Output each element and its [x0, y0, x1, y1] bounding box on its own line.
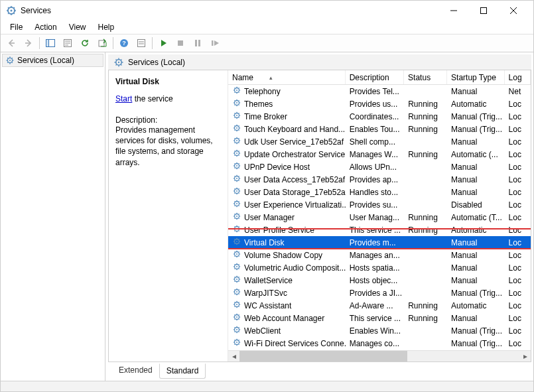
table-row[interactable]: Virtual DiskProvides m...ManualLoc	[228, 236, 531, 249]
service-name-cell: User Data Access_17eb52af	[244, 175, 345, 184]
gear-icon	[232, 98, 241, 109]
minimize-button[interactable]	[438, 1, 468, 21]
service-name-cell: User Manager	[244, 213, 295, 222]
menu-action[interactable]: Action	[29, 21, 62, 33]
table-row[interactable]: Web Account ManagerThis service ...Runni…	[228, 312, 531, 324]
service-startup-cell: Manual (Trig...	[447, 112, 505, 121]
start-suffix: the service	[132, 94, 172, 103]
table-row[interactable]: User Experience Virtualizati...Provides …	[228, 198, 531, 211]
table-row[interactable]: Wi-Fi Direct Services Conne...Manages co…	[228, 337, 531, 350]
menu-view[interactable]: View	[64, 21, 92, 33]
scroll-right-icon[interactable]: ▸	[519, 351, 531, 362]
table-row[interactable]: WalletServiceHosts objec...ManualLoc	[228, 274, 531, 287]
svg-point-27	[236, 140, 237, 141]
service-logon-cell: Loc	[505, 238, 531, 247]
stop-service-button[interactable]	[172, 36, 188, 50]
svg-point-31	[236, 165, 237, 166]
service-startup-cell: Automatic (T...	[447, 213, 505, 222]
table-row[interactable]: WebClientEnables Win...Manual (Trig...Lo…	[228, 324, 531, 337]
svg-rect-4	[46, 40, 49, 47]
export-list-button[interactable]	[94, 36, 110, 50]
menu-help[interactable]: Help	[93, 21, 120, 33]
table-row[interactable]: User Profile ServiceThis service ...Runn…	[228, 224, 531, 236]
table-row[interactable]: Volume Shadow CopyManages an...ManualLoc	[228, 249, 531, 261]
table-row[interactable]: Touch Keyboard and Hand...Enables Tou...…	[228, 123, 531, 135]
service-logon-cell: Loc	[505, 326, 531, 336]
svg-point-17	[118, 61, 119, 62]
service-logon-cell: Loc	[505, 175, 531, 184]
service-name-cell: WalletService	[244, 276, 293, 285]
service-name-cell: WC Assistant	[244, 301, 291, 310]
service-startup-cell: Manual (Trig...	[447, 326, 505, 336]
start-service-link[interactable]: Start	[115, 94, 132, 103]
col-name[interactable]: Name▴	[228, 70, 346, 84]
svg-point-33	[236, 178, 237, 179]
svg-rect-9	[138, 40, 145, 47]
help2-button[interactable]	[133, 36, 149, 50]
toolbar: ?	[1, 34, 533, 52]
tab-standard[interactable]: Standard	[159, 363, 206, 379]
col-logon[interactable]: Log	[505, 70, 531, 84]
service-list: Name▴ Description Status Startup Type Lo…	[228, 70, 531, 361]
service-name-cell: Web Account Manager	[244, 314, 324, 323]
horizontal-scrollbar[interactable]: ◂ ▸	[228, 350, 531, 361]
tab-extended[interactable]: Extended	[112, 363, 159, 377]
back-button[interactable]	[3, 36, 19, 50]
window-title: Services	[21, 6, 51, 15]
service-logon-cell: Loc	[505, 289, 531, 298]
service-status-cell: Running	[404, 112, 447, 121]
table-row[interactable]: Udk User Service_17eb52afShell comp...Ma…	[228, 135, 531, 148]
service-startup-cell: Disabled	[447, 200, 505, 210]
scroll-thumb[interactable]	[239, 351, 407, 361]
maximize-button[interactable]	[468, 1, 498, 21]
statusbar	[1, 381, 533, 392]
service-status-cell: Running	[404, 314, 447, 323]
service-name-cell: WarpJITSvc	[244, 289, 287, 298]
service-name-cell: Time Broker	[244, 112, 287, 121]
svg-point-57	[236, 329, 237, 330]
service-startup-cell: Automatic (...	[447, 150, 505, 159]
table-row[interactable]: WC AssistantAd-Aware ...RunningAutomatic…	[228, 299, 531, 312]
table-row[interactable]: Time BrokerCoordinates...RunningManual (…	[228, 110, 531, 123]
detail-pane: Virtual Disk Start the service Descripti…	[109, 70, 228, 361]
tree-root-item[interactable]: Services (Local)	[2, 54, 103, 67]
table-row[interactable]: Update Orchestrator ServiceManages W...R…	[228, 148, 531, 161]
service-name-cell: Volume Shadow Copy	[244, 251, 322, 260]
col-status[interactable]: Status	[404, 70, 447, 84]
table-row[interactable]: UPnP Device HostAllows UPn...ManualLoc	[228, 161, 531, 173]
show-hide-tree-button[interactable]	[42, 36, 58, 50]
service-desc-cell: Hosts objec...	[346, 276, 404, 285]
service-logon-cell: Loc	[505, 314, 531, 323]
service-desc-cell: This service ...	[346, 314, 404, 323]
svg-point-29	[236, 153, 237, 154]
refresh-button[interactable]	[77, 36, 93, 50]
pause-service-button[interactable]	[190, 36, 206, 50]
gear-icon	[232, 325, 241, 336]
table-row[interactable]: Volumetric Audio Composit...Hosts spatia…	[228, 261, 531, 274]
svg-point-55	[236, 316, 237, 318]
col-startup[interactable]: Startup Type	[447, 70, 505, 84]
table-row[interactable]: User ManagerUser Manag...RunningAutomati…	[228, 211, 531, 224]
start-service-button[interactable]	[155, 36, 171, 50]
service-status-cell: Running	[404, 99, 447, 109]
table-row[interactable]: WarpJITSvcProvides a JI...Manual (Trig..…	[228, 287, 531, 299]
forward-button[interactable]	[21, 36, 36, 50]
scroll-left-icon[interactable]: ◂	[228, 351, 239, 362]
table-row[interactable]: User Data Access_17eb52afProvides ap...M…	[228, 173, 531, 186]
close-button[interactable]	[498, 1, 528, 21]
svg-point-43	[236, 241, 237, 242]
service-logon-cell: Net	[505, 87, 531, 96]
gear-icon	[232, 312, 241, 324]
menu-file[interactable]: File	[5, 21, 28, 33]
table-row[interactable]: ThemesProvides us...RunningAutomaticLoc	[228, 98, 531, 110]
gear-icon	[232, 212, 241, 223]
gear-icon	[232, 237, 241, 248]
table-row[interactable]: User Data Storage_17eb52afHandles sto...…	[228, 186, 531, 198]
properties-button[interactable]	[60, 36, 76, 50]
description-text: Provides management services for disks, …	[115, 125, 221, 168]
restart-service-button[interactable]	[207, 36, 223, 50]
svg-point-51	[236, 291, 237, 293]
help-button[interactable]: ?	[116, 36, 132, 50]
col-description[interactable]: Description	[346, 70, 404, 84]
table-row[interactable]: TelephonyProvides Tel...ManualNet	[228, 85, 531, 98]
